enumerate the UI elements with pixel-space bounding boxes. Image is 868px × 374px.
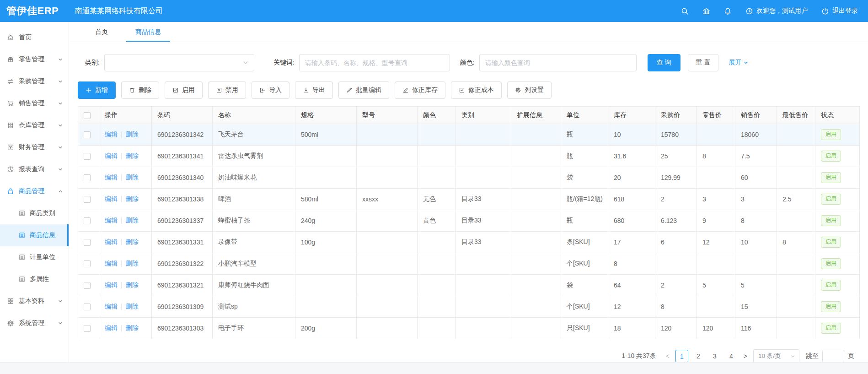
cell-color [418, 146, 456, 167]
row-checkbox[interactable] [84, 174, 91, 181]
sidebar-item-system[interactable]: 系统管理 [0, 312, 69, 334]
delete-link[interactable]: 删除 [126, 130, 139, 138]
search-icon[interactable] [681, 7, 689, 15]
sidebar-item-finance[interactable]: 财务管理 [0, 136, 69, 158]
cell-min_price: 2.5 [777, 189, 815, 210]
edit-link[interactable]: 编辑 [105, 130, 118, 138]
row-actions: 编辑|删除 [99, 210, 152, 232]
jump-page-input[interactable] [822, 350, 844, 362]
enable-button[interactable]: 启用 [165, 81, 203, 99]
sidebar-item-multi-attr[interactable]: 多属性 [0, 268, 69, 290]
warehouse-icon [7, 122, 14, 129]
delete-link[interactable]: 删除 [126, 173, 139, 181]
prev-page-button[interactable]: < [664, 352, 672, 360]
row-checkbox[interactable] [84, 239, 91, 246]
disable-button[interactable]: 禁用 [208, 81, 246, 99]
tab-goods-info[interactable]: 商品信息 [129, 22, 167, 42]
delete-link[interactable]: 删除 [126, 260, 139, 267]
page-button-1[interactable]: 1 [675, 350, 688, 362]
delete-link[interactable]: 删除 [126, 281, 139, 288]
column-header-select [78, 107, 99, 124]
select-all-checkbox[interactable] [84, 112, 91, 119]
sidebar-item-purchase[interactable]: 采购管理 [0, 70, 69, 92]
cell-model [357, 275, 418, 296]
fix-stock-button[interactable]: 修正库存 [395, 81, 445, 99]
cell-min_price [777, 253, 815, 275]
cell-barcode: 6901236301321 [152, 275, 213, 296]
sidebar-item-goods[interactable]: 商品管理 [0, 180, 69, 202]
delete-link[interactable]: 删除 [126, 303, 139, 310]
delete-link[interactable]: 删除 [126, 324, 139, 331]
sidebar-item-home[interactable]: 首页 [0, 27, 69, 49]
import-icon [259, 87, 266, 93]
export-button[interactable]: 导出 [295, 81, 333, 99]
bell-icon[interactable] [724, 7, 732, 15]
cell-purchase: 6 [655, 232, 697, 253]
add-button[interactable]: 新增 [78, 81, 116, 99]
row-checkbox[interactable] [84, 325, 91, 332]
cell-name: 康师傅红烧牛肉面 [213, 275, 295, 296]
keyword-input[interactable] [299, 54, 450, 71]
edit-link[interactable]: 编辑 [105, 303, 118, 310]
status-badge: 启用 [821, 151, 841, 162]
tab-home[interactable]: 首页 [89, 22, 114, 42]
row-checkbox[interactable] [84, 196, 91, 203]
bank-icon[interactable] [702, 7, 710, 15]
row-checkbox[interactable] [84, 131, 91, 138]
delete-link[interactable]: 删除 [126, 217, 139, 224]
row-checkbox[interactable] [84, 217, 91, 224]
edit-link[interactable]: 编辑 [105, 260, 118, 267]
edit-link[interactable]: 编辑 [105, 324, 118, 331]
sidebar-item-basic-data[interactable]: 基本资料 [0, 290, 69, 312]
import-button[interactable]: 导入 [252, 81, 289, 99]
edit-link[interactable]: 编辑 [105, 238, 118, 245]
next-page-button[interactable]: > [741, 352, 750, 360]
row-checkbox[interactable] [84, 260, 91, 267]
cell-category [456, 318, 511, 339]
sidebar-item-retail[interactable]: 零售管理 [0, 49, 69, 70]
sidebar-item-label: 商品类别 [30, 209, 55, 217]
edit-link[interactable]: 编辑 [105, 152, 118, 159]
category-select[interactable] [104, 54, 254, 71]
page-button-2[interactable]: 2 [692, 350, 705, 362]
cell-category [456, 124, 511, 146]
page-button-3[interactable]: 3 [708, 350, 721, 362]
cell-ext [511, 318, 561, 339]
expand-link[interactable]: 展开 [729, 59, 749, 67]
page-button-4[interactable]: 4 [725, 350, 738, 362]
sidebar-item-sales[interactable]: 销售管理 [0, 92, 69, 114]
edit-link[interactable]: 编辑 [105, 173, 118, 181]
sidebar-item-report[interactable]: 报表查询 [0, 158, 69, 180]
delete-link[interactable]: 删除 [126, 152, 139, 159]
bulk-edit-button[interactable]: 批量编辑 [338, 81, 389, 99]
sidebar-item-warehouse[interactable]: 仓库管理 [0, 114, 69, 136]
delete-link[interactable]: 删除 [126, 238, 139, 245]
cell-color [418, 167, 456, 189]
row-checkbox[interactable] [84, 153, 91, 160]
edit-link[interactable]: 编辑 [105, 281, 118, 288]
cell-min_price [777, 167, 815, 189]
delete-link[interactable]: 删除 [126, 195, 139, 202]
page-size-select[interactable]: 10 条/页 [753, 349, 799, 362]
row-actions: 编辑|删除 [99, 296, 152, 318]
delete-button[interactable]: 删除 [121, 81, 159, 99]
welcome-user[interactable]: 欢迎您，测试用户 [745, 7, 808, 15]
edit-link[interactable]: 编辑 [105, 217, 118, 224]
row-checkbox[interactable] [84, 304, 91, 310]
reset-button[interactable]: 重 置 [688, 54, 719, 71]
cell-barcode: 6901236301331 [152, 232, 213, 253]
row-checkbox[interactable] [84, 282, 91, 289]
status-badge: 启用 [821, 301, 841, 312]
logout-button[interactable]: 退出登录 [821, 7, 858, 15]
sidebar-item-label: 采购管理 [19, 77, 44, 86]
sidebar-item-goods-info[interactable]: 商品信息 [0, 224, 69, 246]
fix-cost-button[interactable]: 修正成本 [451, 81, 502, 99]
column-settings-button[interactable]: 列设置 [507, 81, 552, 99]
sidebar-item-goods-category[interactable]: 商品类别 [0, 202, 69, 224]
edit-link[interactable]: 编辑 [105, 195, 118, 202]
chevron-down-icon [790, 354, 795, 359]
sidebar-item-measure-unit[interactable]: 计量单位 [0, 246, 69, 268]
color-input[interactable] [479, 54, 637, 71]
search-button[interactable]: 查 询 [648, 54, 680, 71]
cell-category [456, 167, 511, 189]
